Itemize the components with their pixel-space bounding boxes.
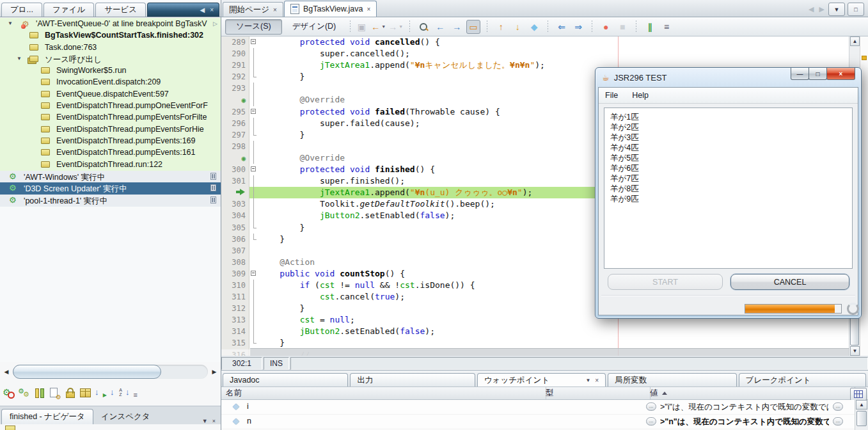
gutter-cell[interactable]: ◉ (221, 152, 249, 164)
fold-margin[interactable] (249, 175, 258, 187)
expander-icon[interactable]: ▼ (8, 20, 13, 26)
maximize-editor-button[interactable]: □ (848, 3, 864, 16)
call-stack-row[interactable]: EventQueue.dispatchEvent:597 (0, 88, 221, 100)
call-stack-row[interactable]: EventDispatchThread.pumpEvents:169 (0, 135, 221, 147)
previous-occurrence-icon[interactable]: ↑ (494, 20, 508, 34)
fold-margin[interactable] (249, 337, 258, 349)
fold-margin[interactable] (249, 268, 258, 280)
scroll-tabs-right-icon[interactable]: ▶ (818, 5, 826, 13)
stop-macro-icon[interactable]: ■ (615, 20, 629, 34)
minimize-icon[interactable]: ◀ (200, 7, 205, 13)
next-occurrence-icon[interactable]: ↓ (510, 20, 525, 34)
thread-row[interactable]: ⚙'D3D Screen Updater' 実行中 (0, 182, 221, 194)
pause-column-icon[interactable] (33, 387, 45, 399)
scroll-up-icon[interactable]: ▲ (856, 400, 867, 410)
fold-margin[interactable] (249, 222, 258, 234)
column-header-value[interactable]: 値 (645, 387, 855, 399)
fold-margin[interactable] (249, 326, 258, 337)
last-edit-position-icon[interactable]: ▣ (354, 20, 368, 34)
design-view-button[interactable]: デザイン(D) (282, 20, 347, 34)
table-icon[interactable] (79, 387, 91, 399)
start-button[interactable]: START (608, 274, 723, 290)
gutter-cell[interactable]: 316 (221, 349, 249, 356)
gutter-cell[interactable]: 296 (221, 118, 249, 129)
column-header-type[interactable]: 型 (541, 387, 651, 399)
window-minimize-icon[interactable]: — (791, 68, 809, 80)
tab-list-dropdown-button[interactable]: ▼ (828, 3, 845, 16)
fold-margin[interactable] (249, 60, 258, 71)
gutter-cell[interactable]: 293 (221, 83, 249, 94)
bottom-left-tab[interactable]: finished - ナビゲータ (1, 409, 93, 424)
gutter-cell[interactable]: 312 (221, 303, 249, 314)
ellipsis-button[interactable]: ... (646, 417, 656, 426)
gutter-cell[interactable]: ◉ (221, 94, 249, 106)
gutter-cell[interactable]: 300 (221, 164, 249, 175)
table-settings-button[interactable] (850, 388, 867, 401)
code-line[interactable]: 290 super.cancelled(); (221, 48, 849, 60)
fold-margin[interactable] (249, 210, 258, 221)
close-tab-icon[interactable]: × (273, 6, 277, 13)
code-line[interactable]: 315 } (221, 337, 849, 349)
fold-margin[interactable] (249, 106, 258, 118)
code-line[interactable]: 289 protected void cancelled() { (221, 36, 849, 48)
gutter-cell[interactable]: 298 (221, 141, 249, 152)
bottom-panel-tab[interactable]: ウォッチポイント▼× (477, 373, 606, 386)
scroll-right-icon[interactable]: ▶ (209, 366, 219, 378)
suspend-badge-icon[interactable] (210, 184, 216, 191)
fold-margin[interactable] (249, 187, 258, 198)
fold-margin[interactable] (249, 48, 258, 60)
editor-tab[interactable]: BgTaskView.java× (284, 1, 377, 17)
fold-margin[interactable] (249, 118, 258, 129)
fold-margin[interactable] (249, 129, 258, 141)
menu-help[interactable]: Help (632, 91, 649, 100)
gutter-cell[interactable]: 303 (221, 198, 249, 210)
ellipsis-button[interactable]: ... (833, 417, 843, 426)
gutter-cell[interactable]: 306 (221, 234, 249, 245)
fold-margin[interactable] (249, 303, 258, 314)
scroll-down-icon[interactable]: ▼ (850, 346, 860, 356)
more-indicator[interactable]: ▷ (213, 20, 217, 27)
gutter-cell[interactable]: 307 (221, 245, 249, 257)
bottom-left-tab[interactable]: インスペクタ (93, 410, 158, 424)
suspend-badge-icon[interactable] (210, 196, 216, 203)
ellipsis-button[interactable]: ... (833, 402, 843, 411)
shift-left-icon[interactable]: ⇐ (555, 20, 569, 34)
scroll-up-icon[interactable]: ▲ (850, 36, 860, 46)
gutter-cell[interactable] (221, 187, 249, 198)
fold-margin[interactable] (249, 83, 258, 94)
call-stack-row[interactable]: ▼'AWT-EventQueue-0' at line breakpoint B… (0, 18, 221, 29)
gutter-cell[interactable]: 309 (221, 268, 249, 280)
doc-gear-icon[interactable] (49, 387, 61, 399)
editor-tab[interactable]: 開始ページ× (223, 2, 283, 17)
fold-margin[interactable] (249, 314, 258, 326)
fold-margin[interactable] (249, 141, 258, 152)
left-tab-active-debug[interactable]: ◀× (147, 3, 219, 17)
find-next-icon[interactable]: → (450, 20, 464, 34)
gutter-cell[interactable]: 311 (221, 291, 249, 303)
uncomment-icon[interactable]: ≡ (659, 20, 674, 34)
left-tab[interactable]: プロ... (1, 3, 42, 17)
scroll-left-icon[interactable]: ◀ (1, 366, 12, 378)
lock-icon[interactable] (64, 387, 76, 399)
override-annotation-icon[interactable]: ◉ (241, 96, 246, 104)
call-stack-row[interactable]: EventDispatchThread.run:122 (0, 159, 221, 170)
editor-horizontal-scrollbar[interactable] (250, 348, 849, 356)
watches-vertical-scrollbar[interactable]: ▲ (855, 400, 868, 430)
ellipsis-button[interactable]: ... (646, 402, 656, 411)
close-icon[interactable]: × (212, 418, 216, 424)
code-line[interactable]: 314 jButton2.setEnabled(false); (221, 326, 849, 337)
pin-icon[interactable]: ▼ (576, 378, 590, 383)
expander-icon[interactable]: ▼ (17, 56, 22, 61)
find-previous-icon[interactable]: ← (433, 20, 447, 34)
scrollbar-thumb[interactable] (856, 411, 867, 426)
thread-row[interactable]: ⚙'AWT-Windows' 実行中 (0, 171, 221, 182)
gutter-cell[interactable]: 305 (221, 222, 249, 234)
window-maximize-icon[interactable]: □ (809, 68, 827, 80)
fold-margin[interactable] (249, 234, 258, 245)
gutter-cell[interactable]: 313 (221, 314, 249, 326)
call-stack-row[interactable]: ▼ソース呼び出し (0, 53, 221, 65)
gutter-cell[interactable]: 290 (221, 48, 249, 60)
close-tab-icon[interactable]: × (595, 377, 599, 384)
fold-margin[interactable] (249, 94, 258, 106)
scrollbar-thumb[interactable] (13, 365, 161, 379)
